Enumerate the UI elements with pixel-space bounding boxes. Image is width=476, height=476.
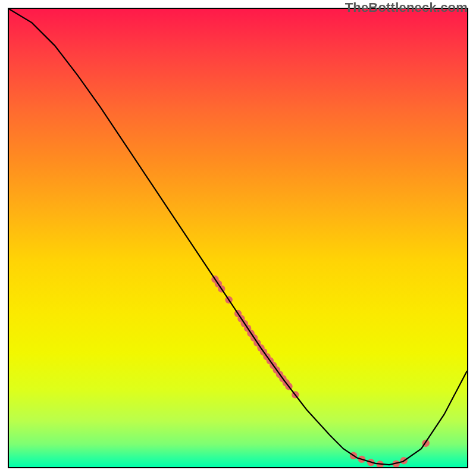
curve-line — [9, 9, 467, 465]
plot-area — [8, 8, 468, 468]
chart-container: TheBottleneck.com — [0, 0, 476, 476]
attribution-label: TheBottleneck.com — [345, 0, 468, 15]
chart-svg — [9, 9, 467, 467]
highlight-dots — [211, 275, 430, 467]
